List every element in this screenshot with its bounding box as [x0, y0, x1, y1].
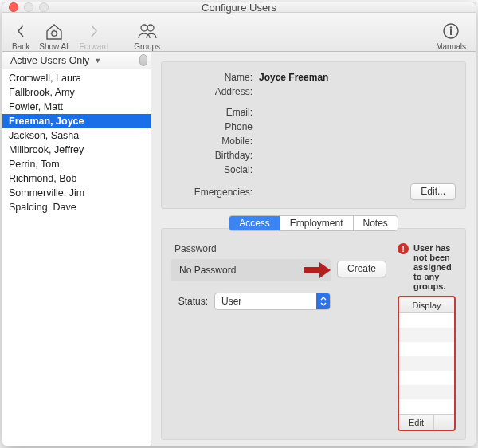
list-item [399, 371, 454, 385]
list-item [399, 399, 454, 414]
user-info-box: Name:Joyce Freeman Address: Email: Phone… [161, 61, 466, 209]
back-button[interactable]: Back [7, 13, 34, 51]
svg-point-10 [147, 25, 154, 31]
social-label: Social: [171, 164, 259, 175]
info-icon [442, 20, 460, 42]
tab-notes[interactable]: Notes [354, 216, 398, 230]
svg-line-7 [56, 31, 57, 32]
manuals-button[interactable]: Manuals [431, 13, 471, 51]
svg-line-6 [56, 35, 57, 36]
emergencies-label: Emergencies: [171, 187, 259, 198]
forward-label: Forward [80, 42, 109, 51]
list-item [399, 385, 454, 399]
updown-icon [316, 293, 330, 309]
svg-point-12 [450, 26, 452, 28]
user-list-item[interactable]: Freeman, Joyce [2, 114, 151, 128]
group-member-footer: Edit [399, 414, 454, 430]
back-label: Back [12, 42, 29, 51]
forward-button: Forward [75, 13, 114, 51]
window: Configure Users Back [2, 2, 476, 446]
groups-icon [136, 20, 159, 42]
group-member-box: Display Group Member Edit [398, 296, 456, 431]
list-item [399, 313, 454, 328]
home-gear-icon [44, 20, 65, 42]
user-list-item[interactable]: Richmond, Bob [2, 171, 151, 186]
access-right-column: ! User has not been assigned to any grou… [398, 243, 456, 431]
user-sidebar: Active Users Only ▼ Cromwell, LauraFallb… [2, 52, 151, 446]
groups-button[interactable]: Groups [129, 13, 165, 51]
toolbar: Back Show All For [2, 13, 476, 52]
birthday-label: Birthday: [171, 150, 259, 161]
titlebar: Configure Users [2, 2, 476, 13]
user-list-item[interactable]: Jackson, Sasha [2, 128, 151, 143]
group-warning: ! User has not been assigned to any grou… [398, 243, 456, 291]
chevron-right-icon [88, 20, 100, 42]
svg-rect-13 [450, 29, 452, 35]
address-label: Address: [171, 86, 259, 97]
svg-line-8 [52, 35, 53, 36]
show-all-button[interactable]: Show All [34, 13, 74, 51]
list-item [399, 356, 454, 371]
name-label: Name: [171, 72, 259, 83]
user-list-item[interactable]: Sommerville, Jim [2, 186, 151, 200]
email-label: Email: [171, 107, 259, 118]
alert-icon: ! [398, 243, 409, 254]
svg-line-5 [52, 31, 53, 32]
phone-label: Phone [171, 121, 259, 132]
list-item [399, 328, 454, 342]
edit-groups-button[interactable]: Edit [399, 415, 434, 430]
access-panel: Password No Password Status: User [161, 228, 466, 440]
name-value: Joyce Freeman [259, 72, 328, 83]
main-panel: Name:Joyce Freeman Address: Email: Phone… [151, 52, 476, 446]
edit-details-button[interactable]: Edit... [410, 183, 456, 200]
list-item [399, 342, 454, 356]
tab-access[interactable]: Access [229, 216, 280, 230]
user-filter-dropdown[interactable]: Active Users Only ▼ [2, 52, 151, 69]
user-list-item[interactable]: Fowler, Matt [2, 100, 151, 114]
create-password-button[interactable]: Create [337, 261, 386, 277]
arrow-annotation [304, 262, 331, 278]
password-heading: Password [174, 243, 331, 254]
tab-employment[interactable]: Employment [280, 216, 354, 230]
user-list-item[interactable]: Millbrook, Jeffrey [2, 143, 151, 157]
status-value: User [221, 296, 241, 307]
chevron-down-icon: ▼ [94, 57, 101, 65]
user-filter-label: Active Users Only [10, 55, 89, 66]
group-member-header: Display Group Member [399, 297, 454, 313]
user-list[interactable]: Cromwell, LauraFallbrook, AmyFowler, Mat… [2, 69, 151, 446]
user-list-item[interactable]: Spalding, Dave [2, 200, 151, 214]
section-tabs: Access Employment Notes [161, 215, 466, 231]
show-all-label: Show All [39, 42, 69, 51]
content: Active Users Only ▼ Cromwell, LauraFallb… [2, 52, 476, 446]
groups-label: Groups [134, 42, 160, 51]
group-member-list[interactable] [399, 313, 454, 414]
chevron-left-icon [15, 20, 26, 42]
window-title: Configure Users [2, 2, 476, 14]
svg-point-9 [141, 25, 147, 31]
manuals-label: Manuals [436, 42, 466, 51]
password-value: No Password [179, 265, 236, 276]
status-label: Status: [171, 296, 208, 307]
svg-rect-14 [304, 267, 319, 273]
user-list-item[interactable]: Cromwell, Laura [2, 71, 151, 85]
user-list-item[interactable]: Perrin, Tom [2, 157, 151, 171]
group-warning-text: User has not been assigned to any groups… [413, 243, 456, 291]
status-select[interactable]: User [214, 293, 331, 310]
mobile-label: Mobile: [171, 136, 259, 147]
user-list-item[interactable]: Fallbrook, Amy [2, 85, 151, 100]
